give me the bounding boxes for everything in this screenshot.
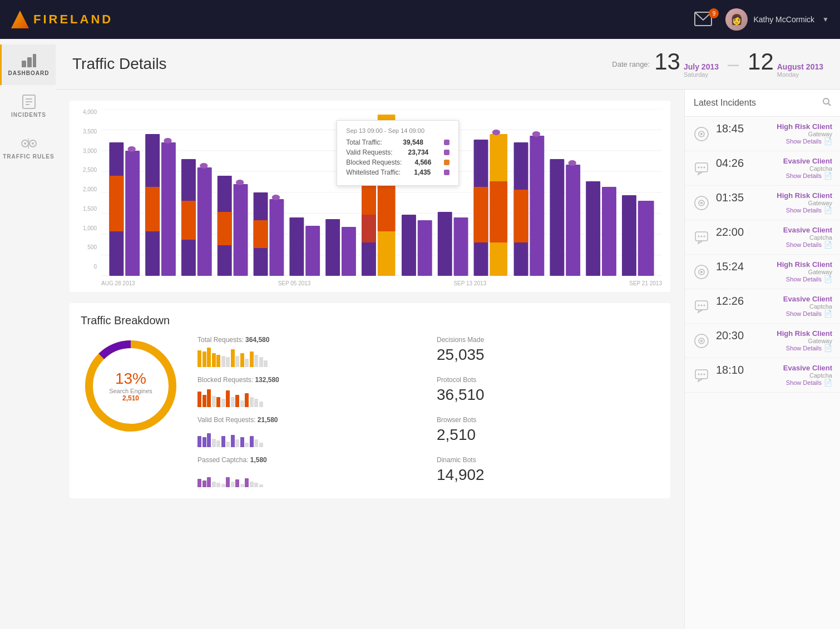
incident-details: 12:26 Evasive Client Captcha Show Detail… bbox=[716, 295, 832, 318]
incident-icon-chat bbox=[693, 160, 710, 177]
spark-bar bbox=[259, 402, 263, 407]
svg-point-74 bbox=[823, 98, 829, 104]
doc-icon: 📄 bbox=[824, 310, 832, 318]
doc-icon: 📄 bbox=[824, 344, 832, 352]
svg-rect-58 bbox=[490, 181, 507, 242]
spark-bar bbox=[235, 479, 239, 487]
sidebar-item-dashboard[interactable]: DASHBOARD bbox=[0, 44, 56, 85]
incident-right: High Risk Client Gateway Show Details 📄 bbox=[777, 122, 832, 145]
svg-point-87 bbox=[698, 235, 700, 237]
tooltip-label-blocked: Blocked Requests: bbox=[346, 159, 402, 166]
spark-bar bbox=[235, 395, 239, 407]
chat-icon bbox=[694, 230, 709, 245]
mail-badge: 9 bbox=[709, 8, 719, 18]
incident-type: High Risk Client bbox=[777, 260, 832, 269]
y-label-4000: 4,000 bbox=[83, 109, 97, 115]
spark-bar bbox=[250, 482, 254, 487]
chat-icon bbox=[694, 299, 709, 314]
sidebar: DASHBOARD INCIDENTS TRAFFIC RULES bbox=[0, 39, 56, 629]
y-label-0: 0 bbox=[93, 264, 97, 270]
svg-rect-31 bbox=[181, 201, 196, 240]
spark-bar bbox=[221, 436, 225, 447]
svg-rect-53 bbox=[438, 212, 452, 276]
svg-rect-3 bbox=[33, 54, 36, 67]
incident-icon-chat bbox=[693, 229, 710, 246]
svg-rect-65 bbox=[566, 165, 580, 276]
y-label-1000: 1,000 bbox=[83, 225, 97, 231]
main-layout: DASHBOARD INCIDENTS TRAFFIC RULES bbox=[0, 39, 840, 629]
donut-label: Search Engines bbox=[109, 388, 152, 394]
show-details-link[interactable]: Show Details bbox=[786, 241, 822, 248]
date-start-month: July 2013 bbox=[684, 62, 719, 71]
show-details-link[interactable]: Show Details bbox=[786, 172, 822, 179]
tooltip-label-whitelisted: Whitelisted Traffic: bbox=[346, 169, 401, 176]
date-end-num: 12 bbox=[748, 50, 774, 73]
incident-item: 12:26 Evasive Client Captcha Show Detail… bbox=[685, 289, 840, 324]
incident-details: 01:35 High Risk Client Gateway Show Deta… bbox=[716, 191, 832, 214]
spark-bar bbox=[207, 389, 211, 407]
mail-button[interactable]: 9 bbox=[694, 12, 714, 27]
metric-label-decisions: Decisions Made bbox=[437, 336, 659, 344]
show-details-link[interactable]: Show Details bbox=[786, 138, 822, 145]
spark-bar bbox=[202, 395, 206, 407]
tooltip-row-whitelisted: Whitelisted Traffic: 1,435 bbox=[346, 169, 449, 176]
incident-details: 20:30 High Risk Client Gateway Show Deta… bbox=[716, 329, 832, 352]
show-details-link[interactable]: Show Details bbox=[786, 379, 822, 386]
incident-right: Evasive Client Captcha Show Details 📄 bbox=[783, 295, 832, 318]
doc-icon: 📄 bbox=[824, 206, 832, 214]
svg-point-59 bbox=[492, 130, 500, 135]
metric-decisions: Decisions Made 25,035 bbox=[437, 336, 659, 367]
svg-rect-40 bbox=[269, 199, 284, 276]
metric-value-browser-bots: 2,510 bbox=[437, 426, 659, 444]
date-start: 13 July 2013 Saturday bbox=[654, 50, 719, 78]
svg-point-94 bbox=[698, 304, 700, 306]
incident-item: 18:10 Evasive Client Captcha Show Detail… bbox=[685, 358, 840, 393]
svg-rect-39 bbox=[254, 220, 268, 248]
incident-icon-chat bbox=[693, 298, 710, 315]
incidents-search-button[interactable] bbox=[822, 97, 831, 108]
doc-icon: 📄 bbox=[824, 275, 832, 283]
metric-label-browser-bots: Browser Bots bbox=[437, 416, 659, 424]
sidebar-item-traffic-rules[interactable]: TRAFFIC RULES bbox=[0, 127, 56, 169]
incident-right: Evasive Client Captcha Show Details 📄 bbox=[783, 226, 832, 249]
spark-bar bbox=[202, 351, 206, 367]
sidebar-label-traffic-rules: TRAFFIC RULES bbox=[3, 153, 54, 160]
incident-sub: Captcha bbox=[783, 372, 832, 379]
spark-bar bbox=[216, 483, 220, 487]
spark-bar bbox=[216, 440, 220, 447]
incident-time: 04:26 bbox=[716, 157, 745, 170]
date-start-num: 13 bbox=[654, 50, 680, 73]
svg-rect-27 bbox=[145, 187, 160, 231]
incident-details: 15:24 High Risk Client Gateway Show Deta… bbox=[716, 260, 832, 283]
metric-browser-bots: Browser Bots 2,510 bbox=[437, 416, 659, 447]
show-details-link[interactable]: Show Details bbox=[786, 310, 822, 317]
incident-item: 22:00 Evasive Client Captcha Show Detail… bbox=[685, 220, 840, 255]
metric-total-requests: Total Requests: 364,580 bbox=[197, 336, 420, 367]
svg-point-80 bbox=[698, 166, 700, 168]
incident-item: 15:24 High Risk Client Gateway Show Deta… bbox=[685, 255, 840, 289]
metric-value-protocol-bots: 36,510 bbox=[437, 386, 659, 404]
svg-rect-45 bbox=[342, 227, 356, 276]
spark-bar bbox=[231, 482, 235, 487]
charts-incidents-layout: 4,000 3,500 3,000 2,500 2,000 1,500 1,00… bbox=[56, 90, 840, 629]
show-details-link[interactable]: Show Details bbox=[786, 207, 822, 214]
spark-bar bbox=[259, 443, 263, 447]
incident-details: 18:45 High Risk Client Gateway Show Deta… bbox=[716, 122, 832, 145]
svg-point-95 bbox=[701, 304, 703, 306]
svg-point-103 bbox=[704, 373, 705, 375]
incident-type: High Risk Client bbox=[777, 329, 832, 338]
show-details-link[interactable]: Show Details bbox=[786, 345, 822, 351]
tooltip-row-total: Total Traffic: 39,548 bbox=[346, 138, 449, 146]
incident-details: 04:26 Evasive Client Captcha Show Detail… bbox=[716, 157, 832, 180]
show-details-link[interactable]: Show Details bbox=[786, 276, 822, 283]
y-label-2500: 2,500 bbox=[83, 167, 97, 173]
incidents-header: Latest Incidents bbox=[685, 90, 840, 117]
sidebar-item-incidents[interactable]: INCIDENTS bbox=[0, 85, 56, 127]
user-name: Kathy McCormick bbox=[753, 15, 814, 24]
user-menu[interactable]: 👩 Kathy McCormick ▼ bbox=[725, 8, 829, 31]
spark-bar bbox=[226, 390, 230, 407]
metric-value-label-blocked: 132,580 bbox=[255, 376, 279, 384]
tooltip-value-whitelisted: 1,435 bbox=[414, 169, 431, 176]
metric-passed-captcha: Passed Captcha: 1,580 bbox=[197, 456, 420, 487]
spark-bar bbox=[207, 348, 211, 367]
